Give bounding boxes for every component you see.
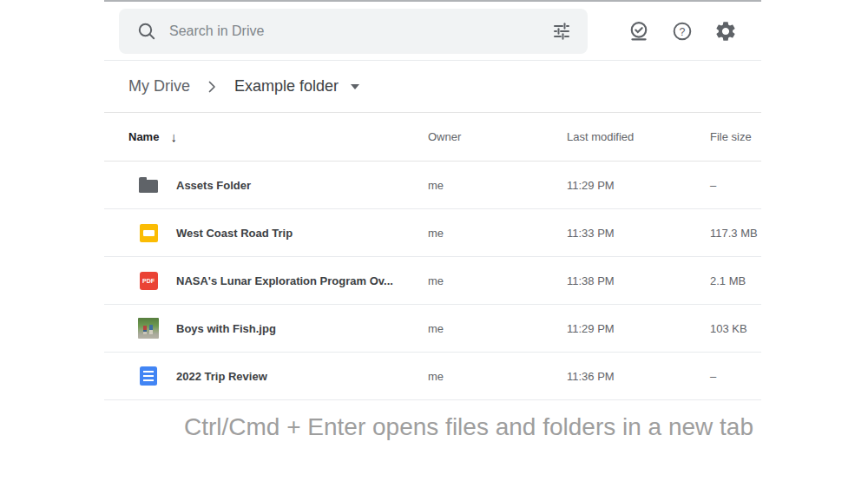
file-modified: 11:36 PM	[567, 370, 710, 383]
file-owner: me	[428, 274, 567, 287]
file-name: Assets Folder	[176, 179, 251, 192]
pdf-icon: PDF	[138, 270, 159, 291]
keyboard-hint-caption: Ctrl/Cmd + Enter opens files and folders…	[35, 413, 868, 441]
file-modified: 11:38 PM	[567, 274, 710, 287]
file-modified: 11:29 PM	[567, 322, 710, 335]
file-list-header: Name ↓ Owner Last modified File size	[104, 113, 761, 162]
search-options-icon[interactable]	[551, 21, 572, 42]
table-row-assets-folder[interactable]: Assets Folder me 11:29 PM –	[104, 162, 761, 209]
search-icon[interactable]	[136, 21, 157, 42]
table-row-boys-with-fish[interactable]: Boys with Fish.jpg me 11:29 PM 103 KB	[104, 305, 761, 353]
search-bar[interactable]	[119, 9, 588, 54]
offline-status-icon[interactable]	[628, 20, 650, 43]
file-name: 2022 Trip Review	[176, 370, 267, 383]
table-row-nasa-pdf[interactable]: PDF NASA's Lunar Exploration Program Ov.…	[104, 257, 761, 305]
help-icon[interactable]: ?	[671, 20, 694, 43]
file-owner: me	[428, 322, 567, 335]
table-row-west-coast-road-trip[interactable]: West Coast Road Trip me 11:33 PM 117.3 M…	[104, 209, 761, 257]
table-row-2022-trip-review[interactable]: 2022 Trip Review me 11:36 PM –	[104, 353, 761, 400]
file-owner: me	[428, 179, 567, 192]
header-name[interactable]: Name ↓	[128, 129, 428, 144]
folder-dropdown-arrow-icon[interactable]	[351, 84, 359, 89]
drive-content-area: ? My Drive Example folder Name ↓	[104, 0, 761, 400]
breadcrumb-my-drive[interactable]: My Drive	[128, 77, 190, 96]
settings-gear-icon[interactable]	[714, 20, 737, 43]
image-thumbnail	[138, 318, 159, 339]
file-size: –	[710, 179, 761, 192]
file-owner: me	[428, 370, 567, 383]
header-owner[interactable]: Owner	[428, 130, 567, 143]
file-name: Boys with Fish.jpg	[176, 322, 276, 335]
file-size: 2.1 MB	[710, 274, 761, 287]
slides-icon	[138, 222, 159, 243]
sort-descending-icon[interactable]: ↓	[170, 129, 177, 144]
folder-icon	[138, 175, 159, 195]
topbar-icons: ?	[628, 20, 737, 43]
file-size: –	[710, 370, 761, 383]
current-folder-label: Example folder	[234, 77, 339, 96]
file-size: 103 KB	[710, 322, 761, 335]
docs-icon	[138, 366, 159, 386]
top-bar: ?	[104, 2, 761, 61]
svg-text:?: ?	[680, 25, 686, 37]
file-modified: 11:33 PM	[567, 227, 710, 240]
breadcrumb-current-folder[interactable]: Example folder	[234, 77, 359, 96]
search-input[interactable]	[169, 23, 551, 39]
file-size: 117.3 MB	[710, 227, 761, 240]
header-last-modified[interactable]: Last modified	[567, 130, 710, 143]
header-file-size[interactable]: File size	[710, 130, 761, 143]
chevron-right-icon	[208, 81, 216, 93]
breadcrumb: My Drive Example folder	[104, 61, 761, 113]
file-owner: me	[428, 227, 567, 240]
file-name: West Coast Road Trip	[176, 227, 293, 240]
file-modified: 11:29 PM	[567, 179, 710, 192]
file-name: NASA's Lunar Exploration Program Ov...	[176, 274, 393, 287]
